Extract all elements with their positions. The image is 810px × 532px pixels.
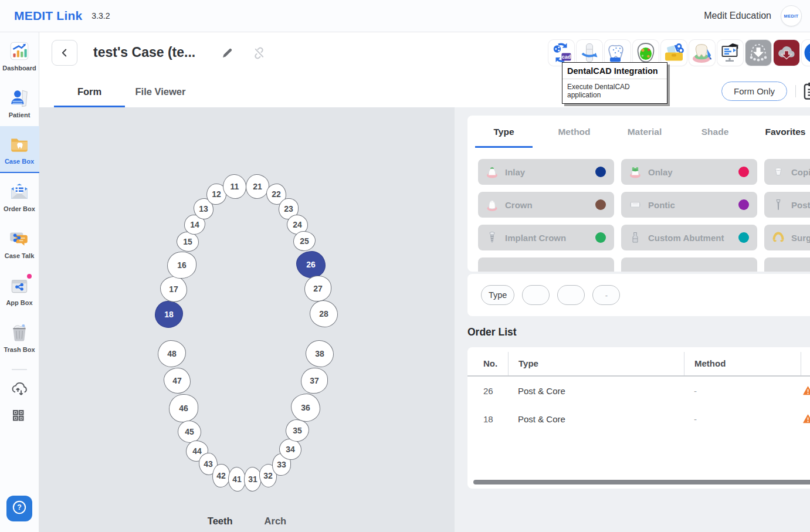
- filter-pill-dash[interactable]: -: [592, 285, 620, 305]
- type-panel-tabs: TypeMethodMaterialShadeFavorites: [469, 116, 810, 148]
- selection-summary-card: Type-: [467, 274, 810, 316]
- tooth-16[interactable]: 16: [167, 252, 196, 279]
- education-monitor-app-button[interactable]: [717, 40, 743, 66]
- sidebar-item-case-talk[interactable]: Case Talk: [0, 220, 39, 267]
- main-content: test's Case (te... Form File Viewer cad …: [39, 32, 810, 532]
- back-button[interactable]: [52, 40, 77, 66]
- toggle-arch[interactable]: Arch: [265, 516, 287, 527]
- toggle-teeth[interactable]: Teeth: [208, 516, 233, 527]
- case-title: test's Case (te...: [93, 45, 195, 60]
- type-button-custom-abutment[interactable]: Custom Abutment: [621, 225, 757, 250]
- app-box-icon: [9, 275, 30, 296]
- type-button-onlay[interactable]: Onlay: [621, 159, 757, 185]
- order-row-tooth-18[interactable]: 18Post & Core-: [467, 405, 810, 433]
- tooth-47[interactable]: 47: [164, 368, 191, 394]
- form-only-button[interactable]: Form Only: [721, 82, 787, 101]
- panel-tab-type[interactable]: Type: [469, 116, 539, 148]
- sidebar-divider: [12, 369, 27, 370]
- help-button[interactable]: ?: [6, 496, 32, 521]
- notification-dot: [27, 274, 32, 279]
- type-button-crown[interactable]: Crown: [478, 192, 614, 218]
- sidebar-item-label: App Box: [6, 299, 32, 306]
- panel-tab-shade[interactable]: Shade: [680, 116, 750, 148]
- tooth-21[interactable]: 21: [246, 174, 269, 199]
- sidebar-item-patient[interactable]: Patient: [0, 79, 39, 126]
- type-button-inlay[interactable]: Inlay: [478, 159, 614, 185]
- type-button-label: Copi: [791, 167, 810, 177]
- tooth-37[interactable]: 37: [301, 368, 328, 394]
- tooth-46[interactable]: 46: [169, 394, 198, 422]
- chart-view-toggle: Teeth Arch: [39, 516, 455, 527]
- tooth-31[interactable]: 31: [244, 467, 262, 492]
- tooth-17[interactable]: 17: [160, 276, 187, 302]
- arch-download-icon: [747, 41, 770, 65]
- type-color-dot: [738, 232, 749, 243]
- sidebar-item-order-box[interactable]: Order Box: [0, 173, 39, 220]
- type-button[interactable]: [764, 257, 810, 272]
- type-button[interactable]: [478, 257, 614, 272]
- dentalcad-integration-icon: cad: [550, 41, 573, 65]
- sidebar-item-trash-box[interactable]: Trash Box: [0, 314, 39, 361]
- margin-line-app-button[interactable]: [689, 40, 715, 66]
- sidebar-item-dashboard[interactable]: Dashboard: [0, 32, 39, 79]
- help-icon: ?: [11, 499, 28, 519]
- case-talk-icon: [9, 228, 30, 249]
- type-button-label: Pontic: [648, 200, 733, 210]
- app-logo: MEDIT Link: [14, 9, 82, 23]
- tooth-34[interactable]: 34: [279, 439, 301, 460]
- tooth-11[interactable]: 11: [223, 174, 246, 199]
- edit-title-icon[interactable]: [221, 47, 233, 62]
- tooth-42[interactable]: 42: [212, 464, 230, 487]
- tooth-18[interactable]: 18: [155, 301, 183, 328]
- panel-tab-method[interactable]: Method: [539, 116, 609, 148]
- custom-abutment-icon: [628, 231, 642, 245]
- tooth-35[interactable]: 35: [286, 419, 309, 442]
- sidebar-item-case-box[interactable]: Case Box: [0, 126, 39, 173]
- tooth-27[interactable]: 27: [304, 276, 331, 301]
- partial-app-app-button[interactable]: [802, 40, 810, 66]
- type-button-surg[interactable]: Surg: [764, 225, 810, 250]
- sidebar-item-label: Dashboard: [2, 65, 36, 72]
- type-button-label: Post: [791, 200, 810, 210]
- crown-design-icon: [606, 41, 629, 65]
- tooth-41[interactable]: 41: [228, 467, 246, 492]
- filter-pill-empty-2[interactable]: [557, 285, 585, 305]
- type-button-pontic[interactable]: Pontic: [621, 192, 757, 218]
- tooth-48[interactable]: 48: [158, 340, 186, 367]
- tab-form[interactable]: Form: [54, 76, 125, 107]
- apps-grid-icon[interactable]: [9, 406, 29, 426]
- type-button-post[interactable]: Post: [764, 192, 810, 218]
- sidebar-item-label: Order Box: [4, 205, 35, 212]
- type-button-copi[interactable]: Copi: [764, 159, 810, 185]
- tooth-36[interactable]: 36: [291, 394, 320, 422]
- type-color-dot: [595, 167, 606, 177]
- order-row-tooth-26[interactable]: 26Post & Core-: [467, 377, 810, 405]
- user-avatar[interactable]: MEDIT: [781, 5, 802, 26]
- cloud-download-app-button[interactable]: [774, 40, 799, 66]
- tooth-38[interactable]: 38: [306, 340, 334, 367]
- order-tooth-number: 26: [467, 386, 508, 396]
- panel-tab-material[interactable]: Material: [609, 116, 680, 148]
- tooltip-dentalcad: DentalCAD Integration Execute DentalCAD …: [562, 62, 667, 104]
- type-button[interactable]: [621, 257, 757, 272]
- filter-pill-type[interactable]: Type: [481, 285, 514, 305]
- unlink-icon: [252, 46, 266, 62]
- filter-pill-empty-1[interactable]: [522, 285, 550, 305]
- crown-icon: [485, 198, 499, 212]
- cloud-sync-icon[interactable]: [9, 379, 29, 399]
- tooth-15[interactable]: 15: [177, 232, 199, 252]
- horizontal-scrollbar[interactable]: [473, 480, 810, 484]
- sidebar-item-app-box[interactable]: App Box: [0, 267, 39, 314]
- tooth-45[interactable]: 45: [178, 421, 201, 443]
- tab-file-viewer[interactable]: File Viewer: [125, 76, 196, 107]
- tooth-25[interactable]: 25: [293, 231, 316, 251]
- type-button-implant-crown[interactable]: Implant Crown: [478, 225, 614, 250]
- tooth-26[interactable]: 26: [296, 251, 326, 278]
- tooth-28[interactable]: 28: [310, 300, 338, 327]
- education-monitor-icon: [719, 41, 742, 65]
- clipboard-icon[interactable]: [802, 82, 810, 103]
- onlay-icon: [628, 165, 642, 179]
- panel-tab-favorites[interactable]: Favorites: [750, 116, 810, 148]
- app-version: 3.3.2: [91, 11, 110, 21]
- arch-download-app-button[interactable]: [745, 40, 771, 66]
